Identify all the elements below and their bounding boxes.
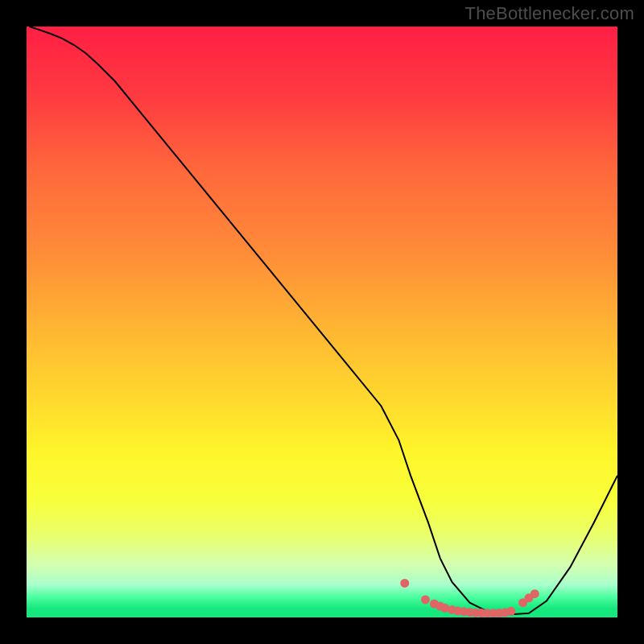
marker-point [421,595,430,604]
watermark-label: TheBottlenecker.com [465,3,634,24]
chart-frame: TheBottlenecker.com [0,0,644,644]
marker-point [530,589,539,598]
marker-point [506,607,515,616]
marker-point [400,579,409,588]
chart-background [27,27,617,617]
chart-svg [27,27,617,617]
plot-area [27,27,617,617]
